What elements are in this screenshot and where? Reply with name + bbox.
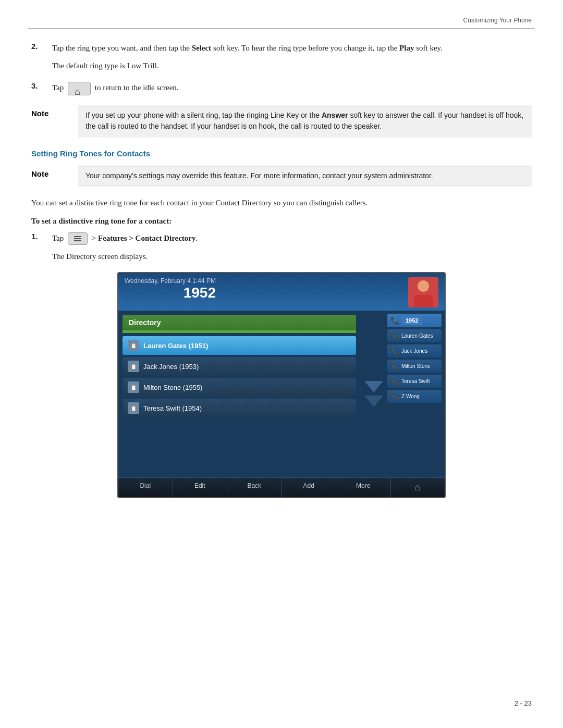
contact-name-0: Lauren Gates (1951): [143, 342, 208, 350]
home-softkey-icon: ⌂: [415, 482, 421, 492]
phone-icon-4: 📞: [390, 377, 399, 386]
phone-softkeys: Dial Edit Back Add More ⌂: [118, 477, 445, 497]
phone-icon-3: 📞: [390, 362, 399, 371]
contact-item-jack[interactable]: 📋 Jack Jones (1953): [123, 357, 356, 376]
contact-icon-3: 📋: [128, 402, 139, 414]
softkey-back[interactable]: Back: [227, 478, 282, 497]
softkey-back-label: Back: [247, 482, 261, 489]
note-2-label: Note: [31, 165, 78, 187]
phone-scroll-arrows: [360, 311, 387, 477]
speed-dial-jack[interactable]: 📞 Jack Jones: [387, 344, 442, 357]
softkey-add[interactable]: Add: [282, 478, 337, 497]
directory-header: Directory: [123, 315, 356, 330]
para-1: You can set a distinctive ring tone for …: [31, 199, 532, 207]
step-2: 2. Tap the ring type you want, and then …: [31, 42, 532, 72]
header-label: Customizing Your Phone: [463, 17, 532, 24]
features-bold: Features > Contact Directory: [98, 234, 196, 242]
contact-icon-0: 📋: [128, 340, 139, 351]
header-rule: [28, 28, 535, 29]
phone-right-panel: 📞 1952 📞 Lauren Gates 📞 Jack Jones 📞 Mil…: [387, 311, 445, 477]
speed-label-teresa: Teresa Swift: [401, 378, 438, 385]
step-1b-content: Tap > Features > Contact Directory. The …: [52, 232, 532, 263]
contact-icon-2: 📋: [128, 381, 139, 393]
speed-dial-milton[interactable]: 📞 Milton Stone: [387, 360, 442, 373]
home-button-img[interactable]: [68, 82, 91, 95]
section-heading: Setting Ring Tones for Contacts: [31, 149, 532, 158]
contact-name-3: Teresa Swift (1954): [143, 404, 202, 412]
phone-main: Directory 📋 Lauren Gates (1951) 📋 Jack J…: [118, 311, 445, 477]
softkey-dial-label: Dial: [140, 482, 151, 489]
contact-list: 📋 Lauren Gates (1951) 📋 Jack Jones (1953…: [123, 336, 356, 417]
softkey-dial[interactable]: Dial: [118, 478, 173, 497]
contact-item-teresa[interactable]: 📋 Teresa Swift (1954): [123, 399, 356, 417]
phone-icon-0: 📞: [390, 316, 399, 325]
speed-label-lauren: Lauren Gates: [401, 333, 438, 339]
step-3-text: Tap to return to the idle screen.: [52, 81, 532, 95]
step-3: 3. Tap to return to the idle screen.: [31, 81, 532, 95]
note-2-row: Note Your company's settings may overrid…: [31, 165, 532, 187]
step-1b-subtext: The Directory screen displays.: [52, 250, 532, 263]
contact-name-1: Jack Jones (1953): [143, 363, 199, 371]
home-icon: [75, 84, 84, 93]
softkey-edit-label: Edit: [194, 482, 205, 489]
menu-button-img[interactable]: [68, 232, 88, 245]
phone-left-panel: Directory 📋 Lauren Gates (1951) 📋 Jack J…: [118, 311, 360, 477]
menu-icon: [74, 236, 81, 241]
select-bold: Select: [192, 44, 211, 52]
note-2-box: Your company's settings may override thi…: [78, 165, 532, 187]
phone-extension: 1952: [125, 285, 216, 301]
directory-green-bar: [123, 330, 356, 333]
scroll-down-arrow-2[interactable]: [364, 396, 383, 407]
step-1b-text: Tap > Features > Contact Directory.: [52, 232, 532, 245]
avatar-person: [408, 277, 438, 307]
speed-badge: 1952: [401, 316, 422, 325]
step-1b-number: 1.: [31, 232, 52, 241]
bold-heading: To set a distinctive ring tone for a con…: [31, 217, 532, 226]
phone-icon-2: 📞: [390, 347, 399, 355]
scroll-down-arrow-1[interactable]: [364, 381, 383, 392]
softkey-home[interactable]: ⌂: [391, 478, 445, 497]
speed-dial-teresa[interactable]: 📞 Teresa Swift: [387, 375, 442, 388]
phone-icon-5: 📞: [390, 392, 399, 401]
step-3-content: Tap to return to the idle screen.: [52, 81, 532, 95]
phone-icon-1: 📞: [390, 331, 399, 340]
footer-page-number: 2 - 23: [515, 699, 532, 707]
phone-avatar: [408, 277, 438, 307]
contact-name-2: Milton Stone (1955): [143, 384, 202, 391]
note-1-row: Note If you set up your phone with a sil…: [31, 105, 532, 138]
contact-icon-1: 📋: [128, 361, 139, 372]
answer-bold: Answer: [322, 111, 348, 119]
note-1-label: Note: [31, 105, 78, 138]
phone-info: Wednesday, February 4 1:44 PM 1952: [125, 277, 216, 301]
phone-datetime: Wednesday, February 4 1:44 PM: [125, 277, 216, 285]
softkey-add-label: Add: [303, 482, 314, 489]
step-2-content: Tap the ring type you want, and then tap…: [52, 42, 532, 72]
softkey-more[interactable]: More: [336, 478, 391, 497]
contact-item-lauren[interactable]: 📋 Lauren Gates (1951): [123, 336, 356, 355]
speed-dial-lauren[interactable]: 📞 Lauren Gates: [387, 329, 442, 342]
note-1-box: If you set up your phone with a silent r…: [78, 105, 532, 138]
speed-label-milton: Milton Stone: [401, 363, 438, 369]
step-3-number: 3.: [31, 81, 52, 90]
softkey-edit[interactable]: Edit: [173, 478, 228, 497]
speed-dial-1952[interactable]: 📞 1952: [387, 314, 442, 327]
step-2-number: 2.: [31, 42, 52, 51]
speed-label-jack: Jack Jones: [401, 348, 438, 354]
phone-screenshot: Wednesday, February 4 1:44 PM 1952 Direc…: [117, 272, 446, 498]
avatar-head: [418, 280, 429, 292]
speed-label-zwong: Z Wong: [401, 393, 438, 400]
speed-dial-zwong[interactable]: 📞 Z Wong: [387, 390, 442, 403]
softkey-more-label: More: [356, 482, 370, 489]
avatar-body: [414, 295, 433, 307]
phone-topbar: Wednesday, February 4 1:44 PM 1952: [118, 273, 445, 311]
step-2-subtext: The default ring type is Low Trill.: [52, 59, 532, 72]
step-2-text: Tap the ring type you want, and then tap…: [52, 42, 532, 54]
step-1b: 1. Tap > Features > Contact Directory. T…: [31, 232, 532, 263]
contact-item-milton[interactable]: 📋 Milton Stone (1955): [123, 378, 356, 397]
play-bold: Play: [399, 44, 414, 52]
